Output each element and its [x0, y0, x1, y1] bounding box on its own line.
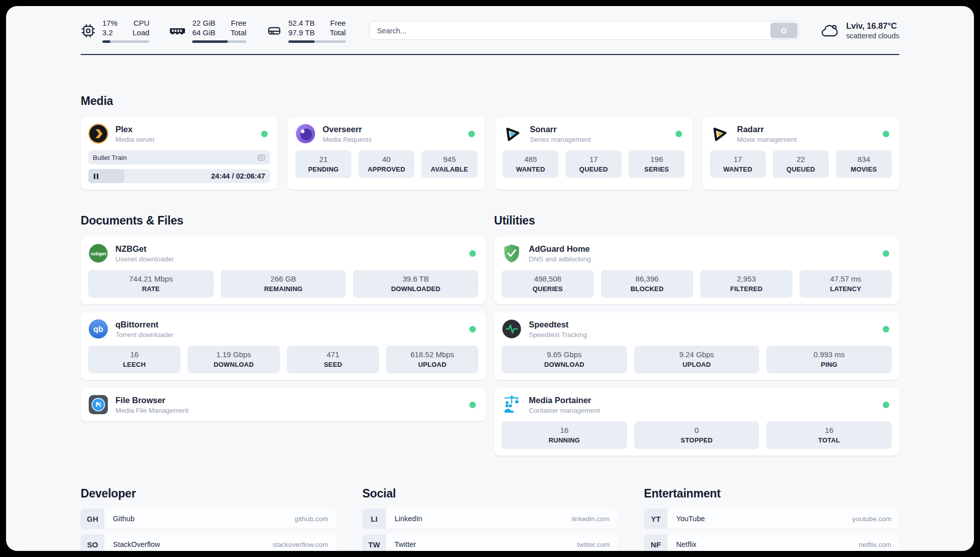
stat-series: 196SERIES	[629, 150, 685, 178]
app-name: Overseerr	[323, 124, 372, 134]
disk-free-value: 52.4 TB	[288, 18, 315, 28]
stat-pending: 21PENDING	[295, 150, 351, 178]
app-desc: Media Requests	[323, 135, 372, 144]
ram-free-label: Free	[230, 18, 247, 28]
cloud-icon	[820, 22, 839, 39]
bookmark-name: Netflix	[676, 540, 696, 548]
stat-total: 16TOTAL	[766, 421, 892, 449]
bookmark-github[interactable]: GH Github github.com	[81, 509, 336, 529]
section-title-entertainment: Entertainment	[644, 487, 899, 500]
status-dot-online	[469, 326, 476, 332]
section-title-social: Social	[362, 487, 618, 500]
bookmark-abbr: NF	[644, 534, 667, 551]
cpu-progress-bar	[102, 40, 149, 43]
speedtest-icon	[502, 319, 522, 339]
bookmark-name: YouTube	[676, 515, 705, 523]
stat-queued: 22QUEUED	[773, 150, 829, 178]
bookmark-url: twitter.com	[577, 541, 610, 548]
app-card-filebrowser[interactable]: File Browser Media File Management	[81, 388, 486, 421]
pause-button[interactable]	[94, 174, 98, 179]
app-desc: Media server	[115, 135, 155, 144]
status-dot-online	[676, 131, 682, 137]
bookmark-name: Github	[113, 515, 135, 523]
disk-total-label: Total	[330, 28, 346, 37]
bookmark-linkedin[interactable]: LI LinkedIn linkedin.com	[362, 509, 618, 529]
svg-text:qb: qb	[93, 325, 103, 333]
app-card-qbittorrent[interactable]: qb qBittorrent Torrent downloader	[81, 312, 486, 380]
playback-progress: 24:44 / 02:06:47	[88, 169, 270, 183]
weather-widget[interactable]: Lviv, 16.87°C scattered clouds	[820, 21, 899, 41]
ram-free-value: 22 GiB	[192, 18, 215, 28]
now-playing-title: Bullet Train	[93, 154, 127, 161]
bookmark-twitter[interactable]: TW Twitter twitter.com	[362, 534, 618, 551]
disk-progress-bar	[288, 40, 346, 43]
status-dot-online	[469, 402, 476, 408]
weather-location-temp: Lviv, 16.87°C	[846, 21, 899, 31]
bookmark-youtube[interactable]: YT YouTube youtube.com	[644, 509, 899, 529]
top-bar: 17% 3.2 CPU Load	[81, 6, 899, 43]
adguard-icon	[502, 243, 522, 263]
cpu-load-value: 3.2	[102, 28, 117, 37]
disk-total-value: 97.9 TB	[288, 28, 315, 37]
bookmark-abbr: LI	[362, 509, 386, 529]
radarr-icon	[710, 124, 730, 144]
app-card-overseerr[interactable]: Overseerr Media Requests 21PENDING 40APP…	[288, 117, 485, 190]
app-name: Sonarr	[530, 124, 591, 134]
app-desc: Media File Management	[115, 406, 189, 415]
app-card-plex[interactable]: Plex Media server Bullet Train	[81, 117, 278, 190]
ram-total-value: 64 GiB	[192, 28, 215, 37]
stat-running: 16RUNNING	[502, 421, 627, 449]
cpu-usage-value: 17%	[102, 18, 117, 28]
bookmark-stackoverflow[interactable]: SO StackOverflow stackoverflow.com	[81, 534, 336, 551]
status-dot-online	[883, 326, 889, 332]
svg-text:nzbget: nzbget	[91, 251, 106, 256]
app-desc: Speedtest Tracking	[529, 330, 587, 339]
plex-icon	[88, 124, 108, 144]
app-card-portainer[interactable]: Media Portainer Container management 16R…	[494, 388, 899, 456]
app-card-adguard[interactable]: AdGuard Home DNS and adblocking 498,508Q…	[494, 237, 899, 304]
stat-available: 945AVAILABLE	[421, 150, 477, 178]
app-desc: DNS and adblocking	[529, 255, 591, 263]
stat-seed: 471SEED	[287, 346, 379, 373]
qbittorrent-icon: qb	[88, 319, 108, 339]
bookmark-url: linkedin.com	[572, 515, 609, 523]
search-bar: G	[369, 21, 800, 40]
app-desc: Torrent downloader	[115, 330, 174, 339]
app-card-sonarr[interactable]: Sonarr Series management 485WANTED 17QUE…	[495, 117, 692, 190]
stat-downloaded: 39.6 TBDOWNLOADED	[353, 270, 478, 298]
search-engine-button[interactable]: G	[770, 23, 798, 38]
stat-rate: 744.21 MbpsRATE	[88, 270, 214, 298]
status-dot-online	[883, 250, 889, 257]
now-playing-row: Bullet Train	[88, 150, 270, 164]
stat-download: 9.65 GbpsDOWNLOAD	[502, 346, 627, 373]
stat-upload: 9.24 GbpsUPLOAD	[634, 346, 760, 373]
section-title-media: Media	[81, 94, 899, 108]
bookmark-url: stackoverflow.com	[272, 541, 328, 548]
app-card-radarr[interactable]: Radarr Movie management 17WANTED 22QUEUE…	[702, 117, 899, 190]
filebrowser-icon	[88, 395, 108, 415]
app-card-speedtest[interactable]: Speedtest Speedtest Tracking 9.65 GbpsDO…	[494, 312, 899, 380]
app-card-nzbget[interactable]: nzbget NZBGet Usenet downloader 74	[81, 237, 486, 304]
cpu-label: CPU	[133, 18, 149, 28]
app-desc: Movie management	[737, 135, 797, 144]
status-dot-online	[469, 250, 476, 257]
app-name: Media Portainer	[529, 395, 600, 405]
bookmark-url: netflix.com	[859, 541, 891, 548]
search-input[interactable]	[369, 21, 800, 40]
ram-progress-bar	[192, 40, 247, 43]
bookmark-abbr: TW	[362, 534, 386, 551]
sonarr-icon	[503, 124, 523, 144]
stat-filtered: 2,953FILTERED	[700, 270, 792, 298]
app-name: File Browser	[115, 395, 189, 405]
stat-upload: 618.52 MbpsUPLOAD	[386, 346, 478, 373]
app-name: Radarr	[737, 124, 797, 134]
status-dot-online	[261, 131, 268, 137]
stat-blocked: 86,396BLOCKED	[601, 270, 693, 298]
stat-leech: 16LEECH	[88, 346, 180, 373]
disk-icon	[267, 23, 282, 38]
section-title-developer: Developer	[81, 487, 336, 500]
portainer-icon	[502, 395, 522, 415]
stat-download: 1.19 GbpsDOWNLOAD	[188, 346, 280, 373]
cpu-stat: 17% 3.2 CPU Load	[81, 18, 149, 43]
bookmark-netflix[interactable]: NF Netflix netflix.com	[644, 534, 899, 551]
